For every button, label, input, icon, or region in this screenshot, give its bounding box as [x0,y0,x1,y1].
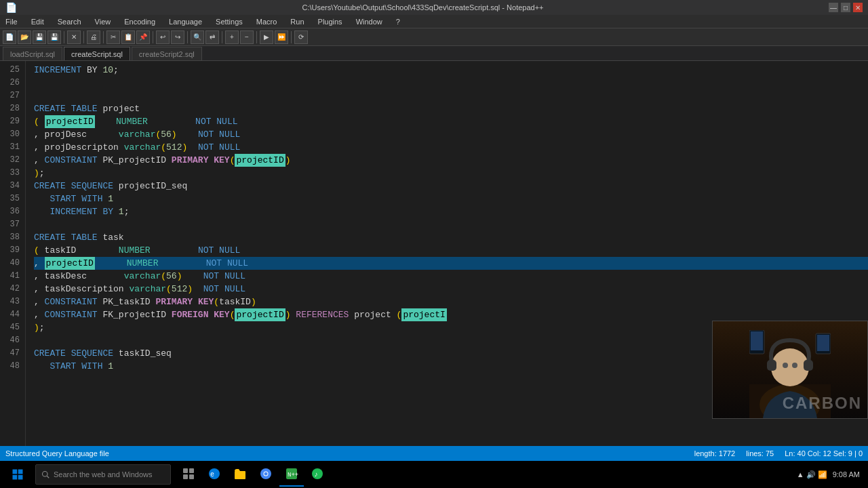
status-position: Ln: 40 Col: 12 Sel: 9 | 0 [785,449,863,458]
undo-btn[interactable]: ↩ [156,30,170,44]
print-btn[interactable]: 🖨 [87,30,100,44]
zoom-out-btn[interactable]: − [240,30,254,44]
menu-help[interactable]: ? [393,18,403,26]
replace-btn[interactable]: ⇄ [205,30,219,44]
svg-rect-11 [13,470,18,474]
svg-point-15 [43,472,48,477]
toolbar-sep-3 [103,31,104,43]
line-num-25: 25 [0,64,25,77]
open-btn[interactable]: 📂 [18,30,31,44]
tab-loadscript[interactable]: loadScript.sql [3,47,62,60]
svg-rect-14 [18,475,23,480]
editor-area[interactable]: 25 26 27 28 29 30 31 32 33 34 35 36 37 3… [0,61,868,446]
taskbar-search[interactable]: Search the web and Windows [35,464,171,485]
svg-text:♪: ♪ [314,471,318,479]
menu-encoding[interactable]: Encoding [121,18,158,26]
code-line-33: ); [34,167,868,180]
svg-rect-4 [804,360,813,371]
menu-search[interactable]: Search [55,18,84,26]
code-line-31: , projDescripton varchar(512) NOT NULL [34,141,868,154]
line-num-35: 35 [0,192,25,205]
tab-bar: loadScript.sql createScript.sql createSc… [0,46,868,61]
status-filetype: Structured Query Language file [5,449,109,458]
svg-rect-13 [13,475,18,480]
menu-window[interactable]: Window [353,18,385,26]
line-num-34: 34 [0,180,25,192]
code-line-38: CREATE TABLE task [34,231,868,244]
toolbar-sep-8 [291,31,292,43]
svg-rect-17 [183,468,188,473]
line-num-40: 40 [0,257,25,270]
tab-createscript[interactable]: createScript.sql [64,47,130,60]
menu-macro[interactable]: Macro [254,18,280,26]
svg-line-16 [47,476,49,478]
line-numbers: 25 26 27 28 29 30 31 32 33 34 35 36 37 3… [0,61,26,446]
close-button[interactable]: ✕ [853,3,863,12]
minimize-button[interactable]: — [829,3,838,12]
menu-file[interactable]: File [3,18,20,26]
menu-settings[interactable]: Settings [213,18,245,26]
line-num-36: 36 [0,205,25,218]
zoom-in-btn[interactable]: + [225,30,239,44]
paste-btn[interactable]: 📌 [136,30,150,44]
macro-run-btn[interactable]: ⏩ [275,30,288,44]
start-button[interactable] [3,462,33,487]
maximize-button[interactable]: □ [841,3,850,12]
webcam-video: CARBON [713,321,867,418]
taskbar-chrome[interactable] [254,462,278,487]
macro-btn[interactable]: ▶ [260,30,273,44]
taskbar-spotify[interactable]: ♪ [305,462,330,487]
toolbar-sep-4 [153,31,153,43]
taskbar-right: ▲ 🔊 📶 9:08 AM [797,470,865,479]
code-line-40: , projectID NUMBER NOT NULL [34,257,868,270]
line-num-26: 26 [0,77,25,89]
svg-point-5 [783,363,788,368]
cut-btn[interactable]: ✂ [106,30,120,44]
menu-view[interactable]: View [92,18,114,26]
line-num-28: 28 [0,102,25,115]
save-all-btn[interactable]: 💾 [47,30,61,44]
line-num-39: 39 [0,244,25,257]
code-line-30: , projDesc varchar(56) NOT NULL [34,128,868,141]
line-num-38: 38 [0,231,25,244]
code-line-43: , CONSTRAINT PK_taskID PRIMARY KEY(taskI… [34,296,868,308]
line-num-41: 41 [0,270,25,283]
taskbar-explorer[interactable] [228,462,252,487]
line-num-43: 43 [0,296,25,308]
menu-bar: File Edit Search View Encoding Language … [0,15,868,28]
taskbar-edge[interactable]: e [202,462,226,487]
save-btn[interactable]: 💾 [33,30,46,44]
status-lines: lines: 75 [746,449,774,458]
code-line-32: , CONSTRAINT PK_projectID PRIMARY KEY(pr… [34,154,868,167]
sync-btn[interactable]: ⟳ [294,30,308,44]
taskbar: Search the web and Windows e [0,461,868,488]
carbon-watermark: CARBON [783,394,862,413]
line-num-46: 46 [0,334,25,347]
menu-language[interactable]: Language [166,18,205,26]
taskbar-taskview[interactable] [176,462,201,487]
svg-rect-19 [183,474,188,479]
svg-rect-3 [767,360,776,371]
close-btn[interactable]: ✕ [67,30,81,44]
line-num-30: 30 [0,128,25,141]
find-btn[interactable]: 🔍 [191,30,204,44]
copy-btn[interactable]: 📋 [121,30,135,44]
menu-plugins[interactable]: Plugins [315,18,345,26]
status-left: Structured Query Language file [5,449,109,458]
status-bar: Structured Query Language file length: 1… [0,446,868,461]
toolbar-sep-6 [222,31,222,43]
toolbar: 📄 📂 💾 💾 ✕ 🖨 ✂ 📋 📌 ↩ ↪ 🔍 ⇄ + − ▶ ⏩ ⟳ [0,28,868,46]
new-btn[interactable]: 📄 [3,30,16,44]
tab-createscript2[interactable]: createScript2.sql [132,47,202,60]
taskbar-apps: e N++ [176,462,330,487]
menu-run[interactable]: Run [288,18,307,26]
window-controls[interactable]: — □ ✕ [829,3,863,12]
redo-btn[interactable]: ↪ [171,30,184,44]
code-line-39: ( taskID NUMBER NOT NULL [34,244,868,257]
webcam-overlay: CARBON [712,321,868,419]
line-num-33: 33 [0,167,25,180]
svg-rect-18 [189,468,194,473]
taskbar-notepadpp[interactable]: N++ [279,462,304,487]
line-num-31: 31 [0,141,25,154]
menu-edit[interactable]: Edit [28,18,47,26]
